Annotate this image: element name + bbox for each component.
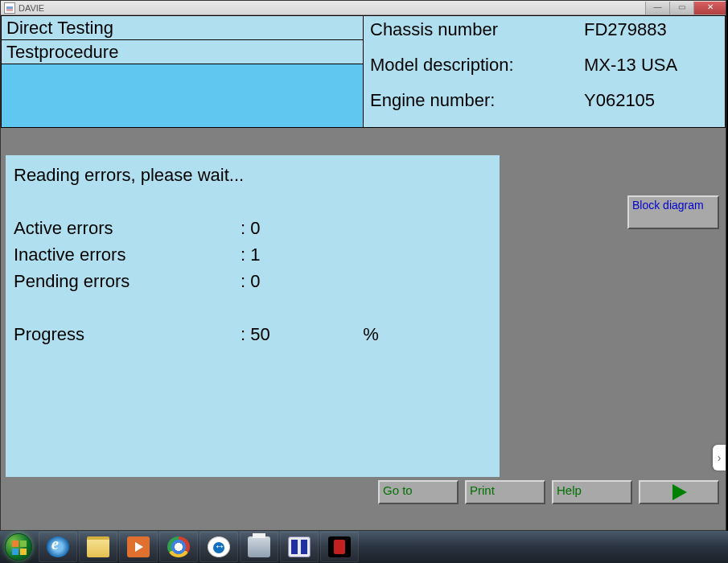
folder-icon [87, 536, 109, 557]
header-active-strip [2, 64, 363, 127]
engine-value: Y062105 [584, 90, 718, 111]
pending-errors-label: Pending errors [14, 268, 241, 294]
app-body: Direct Testing Testprocedure Chassis num… [1, 15, 726, 530]
minimize-button[interactable]: ― [645, 2, 669, 14]
svg-marker-0 [672, 484, 687, 500]
engine-label: Engine number: [370, 90, 584, 111]
taskbar-davie[interactable] [280, 532, 319, 562]
taskbar-teamviewer[interactable] [199, 532, 238, 562]
mid-area: Reading errors, please wait... Active er… [1, 128, 726, 506]
print-button[interactable]: Print [465, 480, 545, 504]
header-left-panel: Direct Testing Testprocedure [1, 15, 364, 128]
window-controls: ― ▭ ✕ [645, 2, 726, 14]
taskbar-explorer[interactable] [79, 532, 117, 562]
taskbar [0, 531, 728, 563]
ie-icon [47, 536, 69, 557]
app-window: DAVIE ― ▭ ✕ Direct Testing Testprocedure… [0, 0, 726, 531]
header-right-panel: Chassis number FD279883 Model descriptio… [364, 15, 726, 128]
header-row: Direct Testing Testprocedure Chassis num… [1, 15, 726, 128]
printer-icon [248, 536, 270, 557]
inactive-errors-value: 1 [250, 241, 363, 268]
play-button[interactable] [639, 480, 719, 504]
pending-errors-value: 0 [250, 268, 363, 294]
chrome-icon [167, 536, 190, 557]
model-label: Model description: [370, 55, 584, 76]
help-button[interactable]: Help [552, 480, 632, 504]
titlebar: DAVIE ― ▭ ✕ [1, 1, 726, 15]
active-errors-label: Active errors [14, 215, 241, 241]
inactive-errors-label: Inactive errors [14, 241, 241, 268]
model-value: MX-13 USA [584, 55, 718, 76]
taskbar-redapp[interactable] [320, 532, 359, 562]
inactive-errors-row: Inactive errors : 1 [14, 241, 492, 268]
pending-errors-row: Pending errors : 0 [14, 268, 492, 294]
chassis-row: Chassis number FD279883 [370, 19, 718, 55]
app-icon [4, 2, 15, 14]
progress-value: 50 [250, 321, 363, 347]
maximize-button[interactable]: ▭ [669, 2, 693, 14]
window-title: DAVIE [19, 3, 44, 13]
engine-row: Engine number: Y062105 [370, 90, 718, 125]
progress-label: Progress [14, 321, 241, 347]
active-errors-value: 0 [250, 215, 363, 241]
taskbar-chrome[interactable] [159, 532, 198, 562]
taskbar-printer[interactable] [240, 532, 278, 562]
chassis-label: Chassis number [370, 19, 584, 40]
header-testprocedure: Testprocedure [2, 40, 363, 64]
start-button[interactable] [0, 531, 37, 563]
content-panel: Reading errors, please wait... Active er… [6, 155, 500, 477]
status-line: Reading errors, please wait... [14, 162, 492, 188]
progress-row: Progress : 50 % [14, 321, 492, 347]
redapp-icon [328, 536, 351, 557]
play-icon [669, 483, 689, 502]
davie-icon [288, 536, 311, 557]
progress-unit: % [363, 321, 379, 347]
taskbar-mediaplayer[interactable] [119, 532, 158, 562]
mediaplayer-icon [127, 536, 150, 557]
side-expand-tab[interactable]: › [713, 445, 726, 471]
chassis-value: FD279883 [584, 19, 718, 40]
block-diagram-button[interactable]: Block diagram [627, 195, 719, 229]
windows-orb-icon [5, 533, 32, 561]
goto-button[interactable]: Go to [378, 480, 459, 504]
active-errors-row: Active errors : 0 [14, 215, 492, 241]
taskbar-ie[interactable] [39, 532, 77, 562]
teamviewer-icon [208, 536, 230, 557]
bottom-button-bar: Go to Print Help [1, 480, 726, 506]
close-button[interactable]: ✕ [693, 2, 726, 14]
header-direct-testing: Direct Testing [2, 16, 363, 40]
model-row: Model description: MX-13 USA [370, 55, 718, 90]
